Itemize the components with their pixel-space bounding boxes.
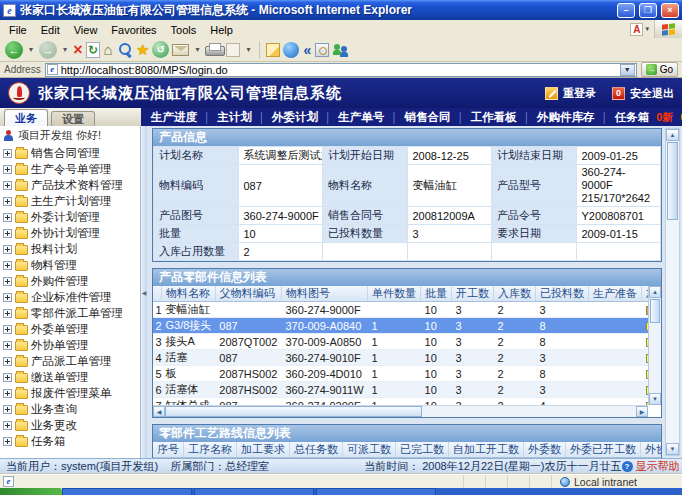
- nav-item[interactable]: 销售合同: [405, 110, 451, 125]
- sidebar-item[interactable]: 生产令号单管理: [3, 161, 140, 177]
- search-icon[interactable]: [116, 41, 133, 58]
- column-header[interactable]: 批量: [421, 286, 452, 302]
- sidebar-item[interactable]: 外委计划管理: [3, 209, 140, 225]
- column-header[interactable]: 序号: [153, 442, 184, 458]
- address-input[interactable]: http://localhost:8080/MPS/login.do ▼: [45, 63, 637, 77]
- expand-icon[interactable]: [3, 325, 12, 334]
- tab-business[interactable]: 业务: [4, 109, 48, 126]
- back-dropdown-icon[interactable]: [26, 41, 36, 59]
- sidebar-item[interactable]: 产品技术资料管理: [3, 177, 140, 193]
- sidebar-item[interactable]: 缴送单管理: [3, 369, 140, 385]
- sidebar-item[interactable]: 外协单管理: [3, 337, 140, 353]
- sidebar-item[interactable]: 企业标准件管理: [3, 289, 140, 305]
- arrow-icon[interactable]: [302, 41, 312, 59]
- sidebar-item[interactable]: 报废件管理菜单: [3, 385, 140, 401]
- scroll-up-button[interactable]: ▲: [649, 286, 661, 298]
- column-header[interactable]: 已投料数: [536, 286, 589, 302]
- column-header[interactable]: 总任务数: [290, 442, 343, 458]
- expand-icon[interactable]: [3, 229, 12, 238]
- expand-icon[interactable]: [3, 277, 12, 286]
- research-icon[interactable]: [315, 43, 329, 57]
- scroll-thumb[interactable]: [667, 142, 678, 220]
- menu-tools[interactable]: Tools: [164, 23, 204, 37]
- sidebar-item[interactable]: 主生产计划管理: [3, 193, 140, 209]
- tab-settings[interactable]: 设置: [51, 111, 95, 126]
- column-header[interactable]: 物料图号: [281, 286, 367, 302]
- table-row[interactable]: 2G3/8接头087370-009-A084011032820 %: [153, 318, 648, 334]
- menu-file[interactable]: File: [2, 23, 34, 37]
- column-header[interactable]: 加工要求: [237, 442, 290, 458]
- expand-icon[interactable]: [3, 149, 12, 158]
- msn-icon[interactable]: [283, 42, 299, 58]
- forward-dropdown-icon[interactable]: [60, 41, 70, 59]
- expand-icon[interactable]: [3, 197, 12, 206]
- edit-icon[interactable]: [226, 43, 240, 57]
- column-header[interactable]: 入库数: [494, 286, 536, 302]
- column-header[interactable]: 外协数: [641, 442, 663, 458]
- history-icon[interactable]: [152, 41, 169, 58]
- messenger-icon[interactable]: [332, 42, 350, 57]
- sidebar-item[interactable]: 产品派工单管理: [3, 353, 140, 369]
- back-icon[interactable]: [5, 41, 23, 59]
- show-help-button[interactable]: 显示帮助: [622, 459, 680, 474]
- expand-icon[interactable]: [3, 293, 12, 302]
- table-row[interactable]: 6活塞体2087HS002360-274-9011W11032320 %: [153, 382, 648, 398]
- nav-item[interactable]: 工作看板: [471, 110, 517, 125]
- nav-item[interactable]: 生产进度: [151, 110, 197, 125]
- logout-button[interactable]: 安全退出: [612, 86, 674, 101]
- sidebar-item[interactable]: 销售合同管理: [3, 145, 140, 161]
- maximize-button[interactable]: ❐: [639, 3, 657, 18]
- expand-icon[interactable]: [3, 341, 12, 350]
- column-header[interactable]: 工序名称: [184, 442, 237, 458]
- sidebar-item[interactable]: 任务箱: [3, 433, 140, 449]
- nav-item[interactable]: 外购件库存: [537, 110, 595, 125]
- stop-icon[interactable]: [73, 41, 83, 59]
- menu-view[interactable]: View: [67, 23, 105, 37]
- table-row[interactable]: 4活塞087360-274-9010F11032320 %: [153, 350, 648, 366]
- table-row[interactable]: 1总装按图组装10205300: [153, 458, 662, 459]
- column-header[interactable]: 可派工数: [343, 442, 396, 458]
- column-header[interactable]: 物料名称: [162, 286, 216, 302]
- expand-icon[interactable]: [3, 181, 12, 190]
- mail-dropdown-icon[interactable]: [192, 41, 202, 59]
- expand-icon[interactable]: [3, 165, 12, 174]
- scroll-right-button[interactable]: ▶: [636, 406, 648, 417]
- column-header[interactable]: 父物料编码: [215, 286, 281, 302]
- discuss-icon[interactable]: [266, 43, 280, 57]
- sidebar-item[interactable]: 业务查询: [3, 401, 140, 417]
- expand-icon[interactable]: [3, 309, 12, 318]
- taskbar-button[interactable]: [62, 488, 192, 495]
- expand-icon[interactable]: [3, 357, 12, 366]
- sidebar-item[interactable]: 投料计划: [3, 241, 140, 257]
- nav-item[interactable]: 生产单号: [338, 110, 384, 125]
- go-button[interactable]: → Go: [641, 62, 678, 77]
- relogin-button[interactable]: 重登录: [545, 86, 596, 101]
- menu-edit[interactable]: Edit: [34, 23, 67, 37]
- expand-icon[interactable]: [3, 389, 12, 398]
- close-button[interactable]: ×: [661, 3, 679, 18]
- scroll-down-button[interactable]: ▼: [666, 443, 679, 455]
- column-header[interactable]: [153, 286, 162, 302]
- scroll-thumb[interactable]: [650, 299, 660, 323]
- edit-dropdown-icon[interactable]: [243, 41, 253, 59]
- column-header[interactable]: 外委数: [524, 442, 566, 458]
- expand-icon[interactable]: [3, 405, 12, 414]
- table-row[interactable]: 5板2087HS002360-209-4D01011032820 %: [153, 366, 648, 382]
- refresh-icon[interactable]: [86, 42, 100, 58]
- column-header[interactable]: 已完工数: [396, 442, 449, 458]
- expand-icon[interactable]: [3, 213, 12, 222]
- home-icon[interactable]: [103, 41, 113, 59]
- sidebar-item[interactable]: 外委单管理: [3, 321, 140, 337]
- column-header[interactable]: 单件数量: [368, 286, 421, 302]
- address-dropdown-button[interactable]: ▼: [620, 64, 635, 76]
- adobe-pdf-button[interactable]: ▾: [625, 23, 654, 36]
- expand-icon[interactable]: [3, 437, 12, 446]
- expand-icon[interactable]: [3, 373, 12, 382]
- favorites-icon[interactable]: [136, 41, 149, 59]
- expand-icon[interactable]: [3, 421, 12, 430]
- table-row[interactable]: 3接头A2087QT002370-009-A085011032820 %: [153, 334, 648, 350]
- column-header[interactable]: 生产准备: [589, 286, 642, 302]
- taskbar-button[interactable]: [194, 488, 314, 495]
- sidebar-item[interactable]: 零部件派工单管理: [3, 305, 140, 321]
- mail-icon[interactable]: [172, 44, 189, 56]
